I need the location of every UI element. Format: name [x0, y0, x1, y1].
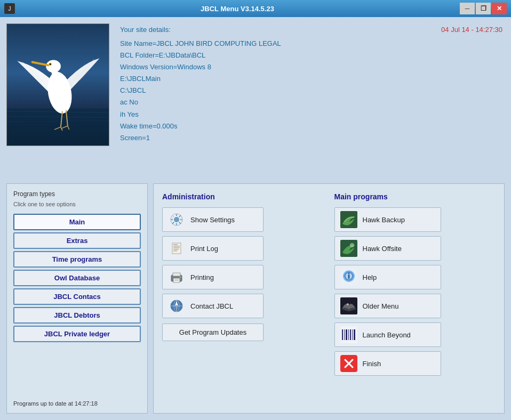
get-updates-label: Get Program Updates	[179, 328, 246, 336]
hawk-offsite-button[interactable]: Hawk Offsite	[334, 236, 441, 261]
screen: Screen=1	[120, 132, 502, 144]
finish-button[interactable]: Finish	[334, 351, 441, 376]
site-name: Site Name=JBCL JOHN BIRD COMPUTING LEGAL	[120, 38, 502, 50]
svg-rect-49	[352, 329, 353, 340]
hawk-offsite-label: Hawk Offsite	[363, 245, 402, 253]
main-programs-title: Main programs	[334, 192, 496, 201]
printing-button[interactable]: Printing	[162, 265, 264, 289]
ih: ih Yes	[120, 109, 502, 120]
svg-rect-48	[350, 329, 351, 340]
prog-button-time[interactable]: Time programs	[13, 251, 141, 268]
finish-label: Finish	[363, 360, 381, 368]
bottom-section: Program types Click one to see options M…	[6, 183, 505, 414]
svg-rect-20	[173, 246, 180, 247]
launch-beyond-button[interactable]: Launch Beyond	[334, 322, 441, 347]
bcl-folder: BCL Folder=E:\JBData\BCL	[120, 50, 502, 61]
admin-title: Administration	[162, 192, 324, 201]
wake-time: Wake time=0.000s	[120, 120, 502, 132]
svg-rect-44	[342, 329, 343, 340]
svg-rect-23	[173, 251, 177, 252]
svg-point-29	[180, 277, 181, 278]
windows-version: Windows Version=Windows 8	[120, 61, 502, 73]
content-area: Your site details: 04 Jul 14 - 14:27:30 …	[0, 17, 511, 420]
contact-icon	[168, 297, 185, 314]
printer-icon	[168, 269, 185, 286]
svg-point-42	[347, 303, 349, 305]
site-details: Your site details: 04 Jul 14 - 14:27:30 …	[118, 23, 505, 178]
left-panel: Program types Click one to see options M…	[6, 183, 148, 414]
print-log-label: Print Log	[190, 245, 218, 253]
restore-button[interactable]: ❐	[476, 3, 491, 14]
app-icon: J	[4, 3, 15, 14]
show-settings-button[interactable]: Show Settings	[162, 207, 264, 232]
svg-point-39	[348, 273, 349, 274]
main-window: J JBCL Menu V3.14.5.23 ─ ❐ ✕	[0, 0, 511, 420]
admin-section: Administration	[162, 192, 324, 405]
title-bar: J JBCL Menu V3.14.5.23 ─ ❐ ✕	[0, 0, 511, 17]
svg-rect-25	[173, 273, 180, 276]
prog-button-extras[interactable]: Extras	[13, 232, 141, 249]
svg-point-34	[350, 243, 354, 247]
svg-rect-47	[348, 329, 349, 340]
prog-button-contacs[interactable]: JBCL Contacs	[13, 288, 141, 305]
older-menu-label: Older Menu	[363, 302, 399, 310]
svg-rect-45	[344, 329, 345, 340]
window-title: JBCL Menu V3.14.5.23	[15, 5, 460, 13]
right-section: Main programs Hawk Backup	[334, 192, 496, 405]
e-jbclmain: E:\JBCLMain	[120, 73, 502, 85]
printing-label: Printing	[190, 273, 214, 281]
help-icon	[340, 269, 357, 286]
site-details-label: Your site details:	[120, 26, 171, 34]
close-button[interactable]: ✕	[492, 3, 507, 14]
bird-image	[6, 23, 109, 146]
finish-icon	[340, 355, 357, 372]
launch-beyond-icon	[340, 326, 357, 343]
settings-icon	[168, 211, 185, 228]
panel-title: Program types	[13, 190, 141, 198]
datetime: 04 Jul 14 - 14:27:30	[441, 26, 502, 38]
help-label: Help	[363, 273, 377, 281]
older-menu-icon	[340, 297, 357, 314]
main-buttons: Hawk Backup Hawk Offsite	[334, 207, 496, 376]
panel-subtitle: Click one to see options	[13, 201, 141, 207]
ac: ac No	[120, 96, 502, 108]
site-top-row: Your site details: 04 Jul 14 - 14:27:30	[120, 26, 502, 38]
svg-rect-1	[7, 109, 109, 146]
hawk-offsite-icon	[340, 240, 357, 257]
help-button[interactable]: Help	[334, 265, 441, 289]
minimize-button[interactable]: ─	[460, 3, 475, 14]
svg-point-9	[50, 63, 51, 65]
top-section: Your site details: 04 Jul 14 - 14:27:30 …	[6, 23, 505, 178]
show-settings-label: Show Settings	[190, 216, 235, 224]
svg-rect-50	[354, 329, 355, 340]
print-log-icon	[168, 240, 185, 257]
get-program-updates-button[interactable]: Get Program Updates	[162, 324, 264, 341]
hawk-backup-button[interactable]: Hawk Backup	[334, 207, 441, 232]
window-controls: ─ ❐ ✕	[460, 3, 507, 14]
prog-button-owl[interactable]: Owl Database	[13, 270, 141, 286]
site-details-text: Site Name=JBCL JOHN BIRD COMPUTING LEGAL…	[120, 38, 502, 144]
prog-button-main[interactable]: Main	[13, 214, 141, 230]
contact-jbcl-button[interactable]: Contact JBCL	[162, 294, 264, 318]
svg-point-17	[174, 217, 179, 222]
prog-button-debtors[interactable]: JBCL Debtors	[13, 307, 141, 324]
c-jbcl: C:\JBCL	[120, 85, 502, 96]
svg-rect-28	[174, 280, 179, 281]
svg-rect-38	[348, 274, 349, 279]
svg-rect-46	[346, 329, 347, 340]
svg-rect-21	[173, 247, 180, 248]
svg-rect-27	[174, 279, 179, 280]
svg-rect-22	[173, 249, 179, 250]
programs-status: Programs up to date at 14:27:18	[13, 396, 141, 407]
admin-buttons: Show Settings	[162, 207, 324, 318]
print-log-button[interactable]: Print Log	[162, 236, 264, 261]
contact-jbcl-label: Contact JBCL	[190, 302, 233, 310]
older-menu-button[interactable]: Older Menu	[334, 294, 441, 318]
main-panel: Administration	[153, 183, 505, 414]
launch-beyond-label: Launch Beyond	[363, 331, 411, 339]
prog-button-private-ledger[interactable]: JBCL Private ledger	[13, 326, 141, 342]
svg-rect-19	[173, 244, 178, 245]
hawk-backup-icon	[340, 211, 357, 228]
hawk-backup-label: Hawk Backup	[363, 216, 405, 224]
